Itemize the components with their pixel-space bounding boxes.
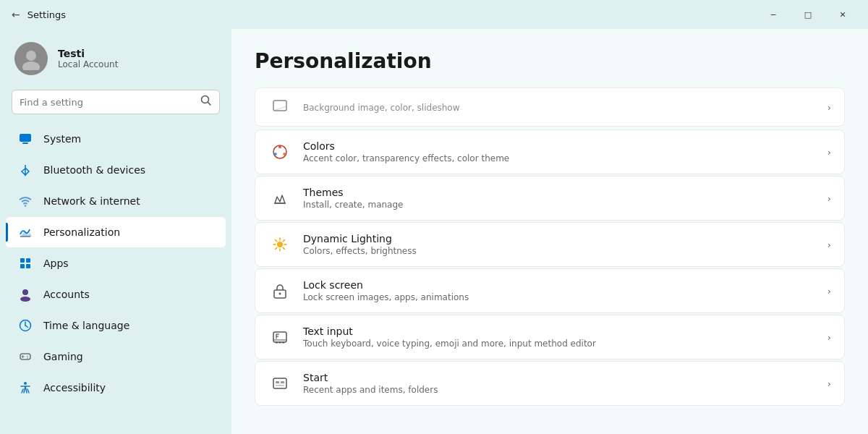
setting-item-lock-screen-subtitle: Lock screen images, apps, animations xyxy=(303,292,816,302)
svg-rect-9 xyxy=(26,258,30,263)
nav-list: System Bluetooth & devices xyxy=(0,123,231,404)
svg-rect-51 xyxy=(276,381,279,383)
chevron-right-icon: › xyxy=(827,147,831,158)
setting-item-lock-screen[interactable]: Lock screen Lock screen images, apps, an… xyxy=(255,268,845,313)
gaming-icon xyxy=(17,349,33,365)
content-area: Personalization Background image, color,… xyxy=(231,29,868,434)
sidebar-item-personalization[interactable]: Personalization xyxy=(6,217,226,247)
user-name: Testi xyxy=(58,48,118,59)
svg-rect-10 xyxy=(20,264,25,268)
svg-point-13 xyxy=(20,297,30,302)
chevron-right-icon: › xyxy=(827,286,831,297)
titlebar: ← Settings ─ □ ✕ xyxy=(0,0,868,29)
setting-item-themes[interactable]: Themes Install, create, manage › xyxy=(255,176,845,221)
accounts-icon xyxy=(17,286,33,302)
sidebar-item-system[interactable]: System xyxy=(6,124,226,154)
sidebar-item-accounts[interactable]: Accounts xyxy=(6,279,226,310)
svg-rect-4 xyxy=(20,134,31,142)
sidebar-item-network-label: Network & internet xyxy=(43,195,214,207)
network-icon xyxy=(17,193,33,209)
svg-point-0 xyxy=(26,51,36,61)
svg-rect-11 xyxy=(26,264,30,268)
personalization-icon xyxy=(17,224,33,240)
user-subtitle: Local Account xyxy=(58,59,118,69)
accessibility-icon xyxy=(17,380,33,396)
apps-icon xyxy=(17,255,33,271)
setting-item-dynamic-lighting[interactable]: Dynamic Lighting Colors, effects, bright… xyxy=(255,222,845,267)
setting-item-text-input-subtitle: Touch keyboard, voice typing, emoji and … xyxy=(303,339,816,349)
maximize-button[interactable]: □ xyxy=(791,3,825,26)
sidebar: Testi Local Account xyxy=(0,29,231,434)
chevron-right-icon: › xyxy=(827,102,831,113)
svg-point-27 xyxy=(278,145,281,148)
sidebar-item-gaming-label: Gaming xyxy=(43,351,214,362)
avatar xyxy=(14,42,48,75)
svg-point-12 xyxy=(22,289,28,295)
user-section[interactable]: Testi Local Account xyxy=(0,29,231,87)
start-icon xyxy=(268,372,292,395)
minimize-button[interactable]: ─ xyxy=(757,3,790,26)
sidebar-item-accounts-label: Accounts xyxy=(43,289,214,300)
setting-item-themes-subtitle: Install, create, manage xyxy=(303,200,816,210)
setting-item-start-subtitle: Recent apps and items, folders xyxy=(303,385,816,395)
setting-item-colors[interactable]: Colors Accent color, transparency effect… xyxy=(255,129,845,174)
text-input-icon xyxy=(268,326,292,349)
page-title: Personalization xyxy=(255,49,845,73)
svg-line-3 xyxy=(208,103,211,106)
sidebar-item-network[interactable]: Network & internet xyxy=(6,186,226,216)
svg-rect-42 xyxy=(273,332,286,342)
setting-item-background-text: Background image, color, slideshow xyxy=(303,101,816,113)
setting-item-text-input[interactable]: Text input Touch keyboard, voice typing,… xyxy=(255,315,845,359)
svg-rect-52 xyxy=(281,381,284,383)
setting-item-start-title: Start xyxy=(303,372,816,383)
sidebar-item-system-label: System xyxy=(43,133,214,145)
sidebar-item-bluetooth[interactable]: Bluetooth & devices xyxy=(6,155,226,185)
colors-icon xyxy=(268,140,292,163)
setting-item-start-text: Start Recent apps and items, folders xyxy=(303,372,816,395)
svg-line-37 xyxy=(283,247,284,249)
sidebar-item-bluetooth-label: Bluetooth & devices xyxy=(43,164,214,176)
svg-rect-50 xyxy=(273,378,286,388)
svg-point-21 xyxy=(27,357,28,359)
setting-item-dynamic-lighting-text: Dynamic Lighting Colors, effects, bright… xyxy=(303,233,816,256)
svg-point-6 xyxy=(25,205,26,206)
svg-line-36 xyxy=(276,240,277,242)
dynamic-lighting-icon xyxy=(268,233,292,256)
setting-item-colors-title: Colors xyxy=(303,140,816,152)
svg-line-39 xyxy=(276,247,277,249)
svg-point-28 xyxy=(283,153,286,156)
sidebar-item-apps[interactable]: Apps xyxy=(6,248,226,278)
app-title: Settings xyxy=(27,9,66,20)
svg-point-41 xyxy=(279,293,281,295)
sidebar-item-personalization-label: Personalization xyxy=(43,226,214,238)
back-button[interactable]: ← xyxy=(12,9,20,20)
setting-item-background[interactable]: Background image, color, slideshow › xyxy=(255,88,845,127)
titlebar-left: ← Settings xyxy=(12,9,66,20)
sidebar-item-gaming[interactable]: Gaming xyxy=(6,341,226,372)
active-indicator xyxy=(6,223,8,242)
sidebar-item-time-label: Time & language xyxy=(43,320,214,331)
sidebar-item-time[interactable]: Time & language xyxy=(6,310,226,341)
sidebar-item-accessibility[interactable]: Accessibility xyxy=(6,373,226,403)
setting-item-themes-title: Themes xyxy=(303,187,816,198)
background-icon xyxy=(268,95,292,119)
setting-item-start[interactable]: Start Recent apps and items, folders › xyxy=(255,361,845,406)
time-icon xyxy=(17,318,33,333)
settings-list: Background image, color, slideshow › Col… xyxy=(255,88,845,406)
search-box[interactable] xyxy=(12,90,220,114)
themes-icon xyxy=(268,187,292,210)
close-button[interactable]: ✕ xyxy=(826,3,859,26)
sidebar-item-apps-label: Apps xyxy=(43,258,214,269)
setting-item-dynamic-lighting-subtitle: Colors, effects, brightness xyxy=(303,246,816,256)
svg-point-1 xyxy=(22,61,40,70)
chevron-right-icon: › xyxy=(827,239,831,250)
setting-item-colors-subtitle: Accent color, transparency effects, colo… xyxy=(303,153,816,163)
svg-rect-8 xyxy=(20,258,25,263)
svg-line-25 xyxy=(273,106,286,111)
svg-rect-5 xyxy=(22,142,28,144)
search-input[interactable] xyxy=(20,97,195,108)
setting-item-lock-screen-title: Lock screen xyxy=(303,279,816,291)
setting-item-dynamic-lighting-title: Dynamic Lighting xyxy=(303,233,816,244)
svg-line-38 xyxy=(283,240,284,242)
app-body: Testi Local Account xyxy=(0,29,868,434)
